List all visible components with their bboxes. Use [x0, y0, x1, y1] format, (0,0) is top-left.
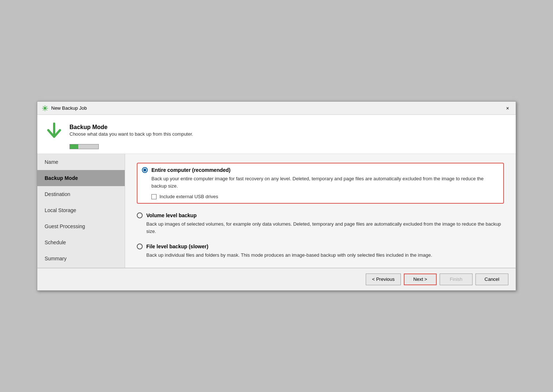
entire-computer-option-block: Entire computer (recommended) Back up yo… [137, 163, 504, 204]
header-subtitle: Choose what data you want to back up fro… [69, 131, 193, 137]
sidebar: Name Backup Mode Destination Local Stora… [37, 154, 125, 268]
progress-bar-container [69, 144, 508, 149]
progress-bar-fill [70, 144, 78, 149]
sidebar-item-name[interactable]: Name [37, 154, 125, 170]
sidebar-item-schedule[interactable]: Schedule [37, 234, 125, 250]
volume-level-desc: Back up images of selected volumes, for … [146, 220, 504, 235]
next-button[interactable]: Next > [404, 274, 437, 285]
usb-checkbox-row: Include external USB drives [151, 194, 499, 199]
svg-point-0 [44, 107, 46, 109]
entire-computer-header: Entire computer (recommended) [142, 167, 499, 173]
progress-bar [69, 144, 99, 149]
entire-computer-radio[interactable] [142, 167, 148, 173]
file-level-radio[interactable] [137, 244, 143, 249]
file-level-header: File level backup (slower) [137, 244, 504, 249]
sidebar-item-destination[interactable]: Destination [37, 186, 125, 202]
content-area: Entire computer (recommended) Back up yo… [125, 154, 516, 268]
file-level-desc: Back up individual files and folders by … [146, 252, 504, 259]
header-area: Backup Mode Choose what data you want to… [37, 115, 516, 154]
window-title: New Backup Job [51, 105, 87, 111]
entire-computer-option: Entire computer (recommended) Back up yo… [142, 167, 499, 199]
main-content: Name Backup Mode Destination Local Stora… [37, 154, 516, 268]
previous-button[interactable]: < Previous [366, 274, 401, 285]
cancel-button[interactable]: Cancel [475, 274, 508, 285]
title-bar-left: New Backup Job [42, 105, 87, 112]
title-bar: New Backup Job × [37, 102, 516, 115]
sidebar-item-local-storage[interactable]: Local Storage [37, 202, 125, 218]
sidebar-item-summary[interactable]: Summary [37, 250, 125, 267]
sidebar-item-guest-processing[interactable]: Guest Processing [37, 218, 125, 234]
entire-computer-desc: Back up your entire computer image for f… [151, 175, 499, 189]
app-icon [42, 105, 48, 112]
backup-mode-icon [45, 121, 64, 140]
volume-level-header: Volume level backup [137, 212, 504, 218]
close-button[interactable]: × [504, 105, 511, 112]
sidebar-item-backup-mode[interactable]: Backup Mode [37, 170, 125, 186]
finish-button[interactable]: Finish [440, 274, 473, 285]
header-top: Backup Mode Choose what data you want to… [45, 121, 508, 140]
usb-checkbox[interactable] [151, 194, 157, 199]
entire-computer-label: Entire computer (recommended) [151, 167, 230, 173]
volume-level-label: Volume level backup [146, 212, 196, 218]
header-title: Backup Mode [69, 124, 193, 131]
file-level-option: File level backup (slower) Back up indiv… [137, 244, 504, 259]
file-level-label: File level backup (slower) [146, 244, 208, 249]
footer: < Previous Next > Finish Cancel [37, 268, 516, 290]
main-window: New Backup Job × Backup Mode Choose what… [37, 101, 516, 291]
volume-level-option: Volume level backup Back up images of se… [137, 212, 504, 235]
header-text: Backup Mode Choose what data you want to… [69, 124, 193, 137]
volume-level-radio[interactable] [137, 212, 143, 218]
usb-checkbox-label: Include external USB drives [159, 194, 218, 199]
